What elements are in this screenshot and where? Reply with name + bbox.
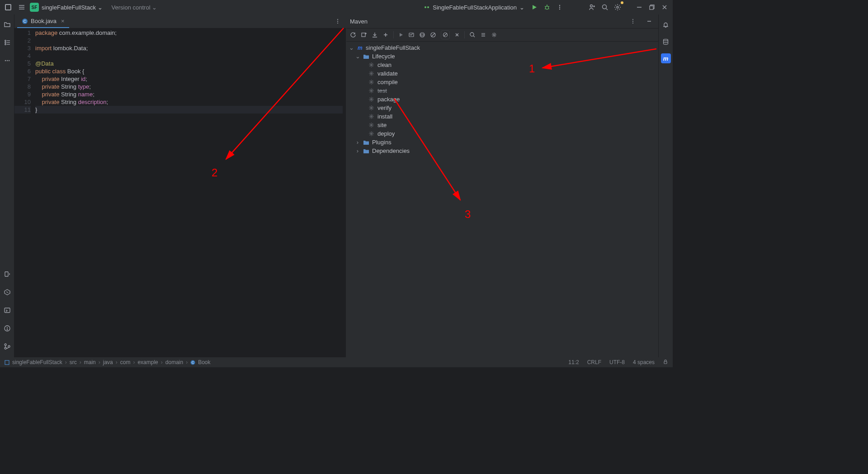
maven-settings-icon[interactable] xyxy=(491,32,497,38)
svg-point-48 xyxy=(632,19,633,20)
svg-point-42 xyxy=(8,346,10,347)
lifecycle-goal[interactable]: site xyxy=(377,122,387,128)
java-class-icon: C xyxy=(22,18,28,24)
svg-point-45 xyxy=(337,19,338,20)
editor-panel: C Book.java × 1234567891011 package com.… xyxy=(14,14,346,357)
window-close-icon[interactable] xyxy=(659,2,670,13)
editor-tab[interactable]: C Book.java × xyxy=(17,14,69,28)
svg-rect-36 xyxy=(5,308,10,313)
right-tool-rail: m xyxy=(658,14,673,357)
lifecycle-goal-disabled[interactable]: test xyxy=(377,87,387,94)
code-with-me-icon[interactable] xyxy=(587,2,598,13)
debug-button[interactable] xyxy=(542,2,552,13)
search-icon[interactable] xyxy=(599,2,610,13)
settings-icon[interactable] xyxy=(612,2,623,13)
maven-root-node[interactable]: singleFableFullStack xyxy=(366,44,420,51)
svg-rect-23 xyxy=(650,6,653,9)
run-maven-icon[interactable] xyxy=(398,32,404,38)
run-tool-icon[interactable] xyxy=(2,305,13,316)
svg-point-70 xyxy=(493,34,495,36)
file-encoding[interactable]: UTF-8 xyxy=(609,359,625,365)
editor-more-icon[interactable] xyxy=(332,16,343,27)
find-icon[interactable] xyxy=(469,32,476,38)
database-tool-icon[interactable] xyxy=(660,36,671,47)
more-tools-icon[interactable] xyxy=(2,55,13,66)
tool-minimize-icon[interactable] xyxy=(644,16,655,27)
indent-settings[interactable]: 4 spaces xyxy=(633,359,655,365)
breadcrumb[interactable]: singleFableFullStack› src› main› java› c… xyxy=(5,359,211,365)
svg-rect-1 xyxy=(6,5,10,9)
plugins-node[interactable]: Plugins xyxy=(372,139,392,146)
left-tool-rail xyxy=(0,14,14,357)
lifecycle-node[interactable]: Lifecycle xyxy=(372,53,395,60)
annotation-label-1: 1 xyxy=(529,62,535,75)
tab-close-icon[interactable]: × xyxy=(61,18,65,24)
svg-point-40 xyxy=(5,344,6,346)
line-separator[interactable]: CRLF xyxy=(587,359,601,365)
collapse-all-icon[interactable] xyxy=(454,32,460,38)
project-tool-icon[interactable] xyxy=(2,19,13,30)
lifecycle-goal[interactable]: compile xyxy=(377,79,398,85)
svg-point-28 xyxy=(5,44,6,45)
window-minimize-icon[interactable] xyxy=(634,2,645,13)
lifecycle-goal[interactable]: deploy xyxy=(377,130,395,137)
more-actions-icon[interactable] xyxy=(554,2,565,13)
svg-point-39 xyxy=(7,329,7,330)
gear-icon xyxy=(368,62,375,68)
lifecycle-goal[interactable]: package xyxy=(377,96,400,103)
project-badge: SF xyxy=(30,3,39,12)
lifecycle-goal[interactable]: verify xyxy=(377,104,392,111)
annotation-label-2: 2 xyxy=(212,166,217,179)
svg-point-73 xyxy=(371,73,372,74)
vcs-tool-icon[interactable] xyxy=(2,341,13,352)
svg-point-75 xyxy=(371,90,372,91)
lifecycle-goal[interactable]: clean xyxy=(377,62,392,68)
svg-point-65 xyxy=(470,33,474,36)
add-project-icon[interactable] xyxy=(382,32,389,38)
problems-tool-icon[interactable] xyxy=(2,323,13,334)
ide-logo-icon[interactable] xyxy=(3,2,14,13)
svg-text:m: m xyxy=(358,45,363,51)
gear-icon xyxy=(368,130,375,137)
generate-sources-icon[interactable] xyxy=(361,32,367,38)
tool-options-icon[interactable] xyxy=(627,16,638,27)
run-button[interactable] xyxy=(529,2,540,13)
svg-point-72 xyxy=(371,64,372,66)
svg-point-76 xyxy=(371,99,372,100)
notifications-icon[interactable] xyxy=(660,19,671,30)
caret-position[interactable]: 11:2 xyxy=(568,359,579,365)
gear-icon xyxy=(368,70,375,77)
svg-point-80 xyxy=(371,133,372,134)
main-menu-icon[interactable] xyxy=(16,2,27,13)
svg-point-27 xyxy=(5,42,6,43)
svg-line-10 xyxy=(548,6,549,7)
reload-icon[interactable] xyxy=(350,32,356,38)
svg-point-77 xyxy=(371,107,372,109)
download-sources-icon[interactable] xyxy=(372,32,378,38)
run-config-dropdown[interactable]: SingleFableFullStackApplication ⌄ xyxy=(421,3,527,12)
maven-tree[interactable]: ⌄msingleFableFullStack ⌄Lifecycle clean … xyxy=(346,42,658,157)
svg-point-47 xyxy=(337,23,338,24)
lifecycle-goal[interactable]: install xyxy=(377,113,392,120)
structure-tool-icon[interactable] xyxy=(2,37,13,48)
svg-point-50 xyxy=(632,23,633,24)
terminal-tool-icon[interactable] xyxy=(2,269,13,280)
dependencies-node[interactable]: Dependencies xyxy=(372,147,410,154)
gear-icon xyxy=(368,113,375,120)
show-dependencies-icon[interactable] xyxy=(441,30,450,39)
lifecycle-goal[interactable]: validate xyxy=(377,70,398,77)
toggle-offline-icon[interactable] xyxy=(419,32,425,38)
maven-tool-icon[interactable]: m xyxy=(661,53,671,63)
skip-tests-icon[interactable] xyxy=(430,32,436,38)
expand-icon[interactable] xyxy=(480,32,486,38)
status-bar: singleFableFullStack› src› main› java› c… xyxy=(0,357,673,367)
readonly-toggle-icon[interactable] xyxy=(663,359,668,365)
svg-point-21 xyxy=(617,6,618,8)
services-tool-icon[interactable] xyxy=(2,287,13,298)
window-restore-icon[interactable] xyxy=(646,2,657,13)
vcs-dropdown[interactable]: Version control ⌄ xyxy=(112,4,157,11)
project-name-dropdown[interactable]: singleFableFullStack ⌄ xyxy=(42,4,103,11)
execute-goal-icon[interactable] xyxy=(408,32,415,38)
svg-point-49 xyxy=(632,21,633,22)
code-editor[interactable]: 1234567891011 package com.example.domain… xyxy=(14,28,346,357)
